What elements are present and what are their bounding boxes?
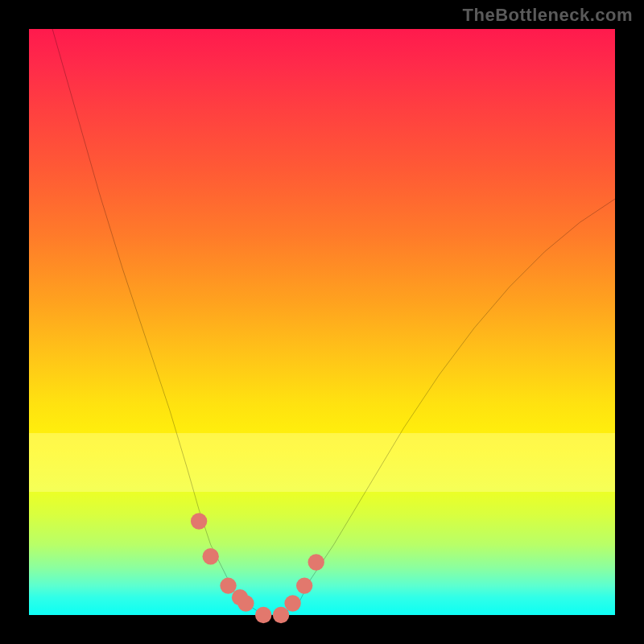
watermark-text: TheBottleneck.com <box>463 5 633 26</box>
optimal-marker <box>191 513 207 529</box>
optimal-marker <box>255 607 271 623</box>
optimal-marker <box>220 577 236 593</box>
optimal-marker <box>237 595 254 611</box>
chart-svg <box>29 29 615 615</box>
bottleneck-curve <box>52 29 615 615</box>
optimal-marker <box>308 554 324 570</box>
plot-area <box>29 29 615 615</box>
chart-frame: TheBottleneck.com <box>0 0 644 644</box>
marker-group <box>191 513 324 623</box>
optimal-marker <box>284 595 300 611</box>
optimal-marker <box>296 577 312 593</box>
optimal-marker <box>273 607 289 623</box>
optimal-marker <box>202 548 218 564</box>
